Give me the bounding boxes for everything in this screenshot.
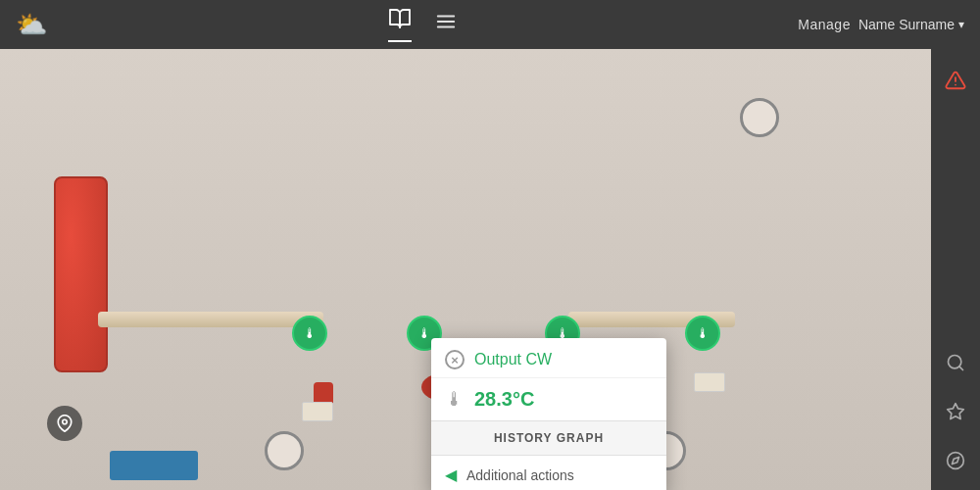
label-tag-2 [694,372,725,392]
header-left: ⛅ [0,10,47,40]
location-pin[interactable] [47,406,82,441]
thermometer-icon-4: 🌡 [696,325,710,341]
popup-close-button[interactable]: × [445,350,465,369]
favorite-button[interactable] [934,390,977,433]
svg-point-9 [948,453,964,469]
compass-button[interactable] [934,439,977,482]
popup-actions-row[interactable]: ◀ Additional actions [431,456,666,490]
search-icon [946,353,965,372]
manage-button[interactable]: Manage [798,17,851,32]
header-center [388,7,457,42]
header: ⛅ Manage Name Surname ▾ [0,0,980,49]
red-cylinder [54,176,108,372]
history-graph-button[interactable]: HISTORY GRAPH [431,420,666,456]
location-pin-icon [56,415,74,432]
cloud-logo-icon[interactable]: ⛅ [16,10,47,40]
thermometer-icon-1: 🌡 [303,325,317,341]
alert-button[interactable] [934,59,977,102]
book-icon[interactable] [388,7,412,42]
search-button[interactable] [934,341,977,384]
svg-point-3 [63,419,68,424]
compass-icon [946,451,965,470]
popup-temperature-value: 28.3°C [474,388,534,411]
popup-header: × Output CW [431,338,666,378]
sensor-dot-4[interactable]: 🌡 [685,316,720,351]
header-right: Manage Name Surname ▾ [798,17,980,32]
background-scene: 🌡 🌡 🌡 🌡 × Output CW [0,49,931,490]
close-icon: × [451,353,459,368]
gauge-1 [265,431,304,470]
user-name-label: Name Surname [858,17,955,32]
popup-card: × Output CW 🌡 28.3°C HISTORY GRAPH ◀ Add… [431,338,666,490]
svg-marker-8 [948,404,964,419]
label-tag-1 [302,402,333,421]
thermometer-icon-2: 🌡 [417,325,431,341]
star-icon [946,402,965,421]
popup-title: Output CW [474,351,552,368]
right-sidebar [931,49,980,490]
gauge-3 [740,98,779,137]
popup-actions-label: Additional actions [466,467,574,483]
user-menu-button[interactable]: Name Surname ▾ [858,17,964,32]
sensor-dot-1[interactable]: 🌡 [292,316,327,351]
alert-triangle-icon [945,70,966,91]
info-label-box [110,451,198,480]
list-icon[interactable] [435,11,457,38]
dropdown-arrow-icon: ▾ [958,18,964,31]
actions-arrow-icon: ◀ [445,466,457,484]
main-content: 🌡 🌡 🌡 🌡 × Output CW [0,49,931,490]
thermometer-popup-icon: 🌡 [445,388,465,411]
popup-temperature-row: 🌡 28.3°C [431,378,666,420]
svg-line-7 [959,367,963,370]
svg-marker-10 [952,457,958,464]
pipe-horizontal-1 [98,312,323,327]
